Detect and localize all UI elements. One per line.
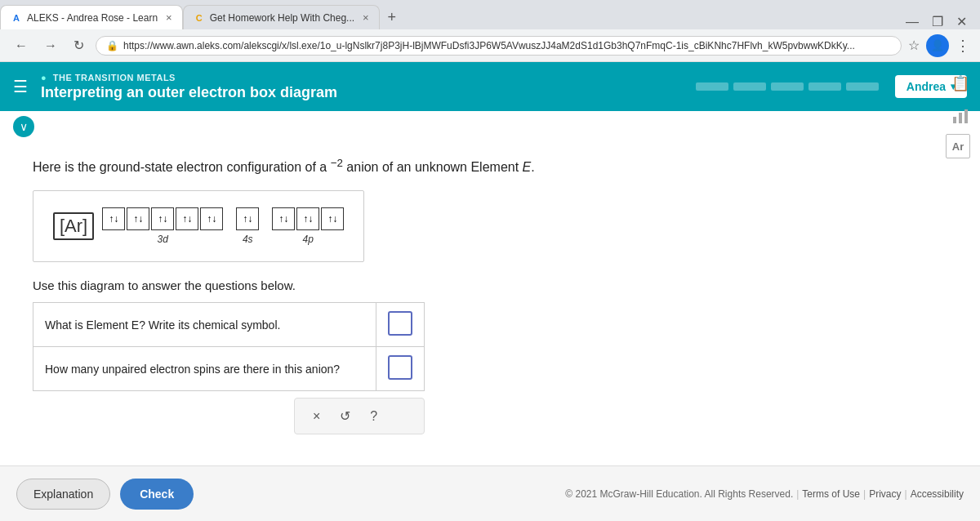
bookmark-icon[interactable]: ☆ [908,38,920,53]
privacy-link[interactable]: Privacy [869,488,901,500]
tab-chegg-label: Get Homework Help With Cheg... [210,12,354,24]
address-bar: ← → ↻ 🔒 https://www.awn.aleks.com/aleksc… [0,29,980,62]
accessibility-link[interactable]: Accessibility [911,488,964,500]
orbital-3d-5: ↑↓ [200,207,223,230]
orbital-3d-boxes: ↑↓ ↑↓ ↑↓ ↑↓ ↑↓ [102,207,223,230]
tab-chegg-close[interactable]: × [363,11,369,24]
browser-chrome: A ALEKS - Andrea Rose - Learn × C Get Ho… [0,0,980,62]
orbital-3d-group: ↑↓ ↑↓ ↑↓ ↑↓ ↑↓ 3d [102,207,223,245]
svg-rect-1 [959,113,962,123]
undo-button[interactable]: ↺ [333,405,357,427]
explanation-button[interactable]: Explanation [16,479,110,510]
window-controls: — ❐ ✕ [893,14,980,29]
tab-aleks-label: ALEKS - Andrea Rose - Learn [27,12,158,24]
progress-seg-3 [771,82,804,91]
table-row: What is Element E? Write its chemical sy… [33,303,425,347]
restore-button[interactable]: ❐ [932,14,943,29]
user-name: Andrea [906,80,946,93]
copyright-text: © 2021 McGraw-Hill Education. All Rights… [565,488,793,500]
orbital-3d-3: ↑↓ [151,207,174,230]
progress-seg-4 [808,82,841,91]
check-button[interactable]: Check [120,479,194,510]
footer-links: © 2021 McGraw-Hill Education. All Rights… [565,488,964,500]
refresh-button[interactable]: ↻ [69,34,89,56]
expand-button[interactable]: ∨ [13,116,34,137]
question-2-text: How many unpaired electron spins are the… [33,347,376,391]
close-button[interactable]: ✕ [956,14,967,29]
answer-1-box[interactable] [388,311,412,336]
tab-chegg[interactable]: C Get Homework Help With Cheg... × [183,5,380,29]
terms-link[interactable]: Terms of Use [802,488,860,500]
orbital-4p-2: ↑↓ [296,207,319,230]
orbital-4s-1: ↑↓ [236,207,259,230]
chart-icon[interactable] [946,101,975,131]
bottom-bar: Explanation Check © 2021 McGraw-Hill Edu… [0,465,980,521]
answer-1-cell[interactable] [376,303,425,347]
orbital-4p-boxes: ↑↓ ↑↓ ↑↓ [272,207,344,230]
instructions-text: Use this diagram to answer the questions… [33,278,947,292]
element-label: E [523,160,532,174]
new-tab-button[interactable]: + [380,5,404,29]
section-label: ● The Transition Metals [41,73,696,82]
orbital-3d-4: ↑↓ [176,207,198,230]
electron-config: [Ar] ↑↓ ↑↓ ↑↓ ↑↓ ↑↓ 3d ↑↓ 4s [53,207,344,245]
questions-table: What is Element E? Write its chemical sy… [33,302,425,391]
orbital-4p-label: 4p [303,234,314,245]
orbital-4s-boxes: ↑↓ [236,207,259,230]
progress-seg-2 [733,82,766,91]
progress-seg-5 [846,82,879,91]
page-title: Interpreting an outer electron box diagr… [41,84,696,101]
chegg-tab-icon: C [194,12,205,24]
lock-icon: 🔒 [106,40,118,51]
periodic-table-icon[interactable]: Ar [946,134,970,158]
bottom-left-buttons: Explanation Check [16,479,194,510]
profile-button[interactable]: 👤 [926,34,949,57]
ar-core: [Ar] [53,212,94,240]
app-header: ☰ ● The Transition Metals Interpreting a… [0,62,980,111]
tab-aleks[interactable]: A ALEKS - Andrea Rose - Learn × [0,5,183,29]
tab-aleks-close[interactable]: × [166,11,172,24]
clear-button[interactable]: × [306,406,327,427]
answer-2-cell[interactable] [376,347,425,391]
url-bar[interactable]: 🔒 https://www.awn.aleks.com/alekscgi/x/l… [96,36,902,56]
action-buttons-bar: × ↺ ? [294,398,425,434]
orbital-3d-2: ↑↓ [127,207,149,230]
minimize-button[interactable]: — [906,15,919,29]
orbital-4p-3: ↑↓ [321,207,344,230]
question-1-text: What is Element E? Write its chemical sy… [33,303,376,347]
menu-icon[interactable]: ⋮ [956,37,970,55]
back-button[interactable]: ← [10,35,33,56]
superscript: −2 [331,157,343,169]
progress-seg-1 [696,82,728,91]
table-row: How many unpaired electron spins are the… [33,347,425,391]
main-content: Here is the ground-state electron config… [0,142,980,448]
progress-bar [696,82,879,91]
right-sidebar: 📋 Ar [941,62,980,165]
help-button[interactable]: ? [363,406,384,427]
electron-diagram: [Ar] ↑↓ ↑↓ ↑↓ ↑↓ ↑↓ 3d ↑↓ 4s [33,190,364,262]
forward-button[interactable]: → [39,35,62,56]
orbital-3d-label: 3d [158,234,168,245]
notes-icon[interactable]: 📋 [946,69,975,98]
svg-rect-0 [953,117,956,123]
url-text: https://www.awn.aleks.com/alekscgi/x/lsl… [123,40,855,51]
orbital-4s-label: 4s [243,234,253,245]
answer-2-box[interactable] [388,355,412,380]
aleks-tab-icon: A [11,12,22,24]
header-title-block: ● The Transition Metals Interpreting an … [41,73,696,101]
orbital-4s-group: ↑↓ 4s [236,207,259,245]
orbital-4p-1: ↑↓ [272,207,295,230]
svg-rect-2 [964,109,968,123]
orbital-3d-1: ↑↓ [102,207,125,230]
orbital-4p-group: ↑↓ ↑↓ ↑↓ 4p [272,207,344,245]
tab-bar: A ALEKS - Andrea Rose - Learn × C Get Ho… [0,0,980,29]
hamburger-icon[interactable]: ☰ [13,77,28,96]
expand-row: ∨ [0,111,980,142]
problem-text: Here is the ground-state electron config… [33,155,947,177]
